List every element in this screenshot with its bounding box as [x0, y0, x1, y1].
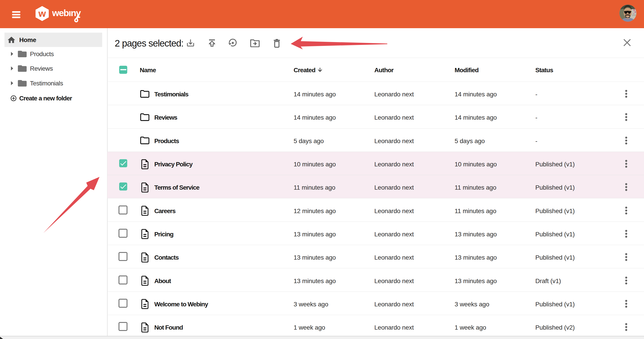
svg-text:w: w [38, 8, 46, 19]
